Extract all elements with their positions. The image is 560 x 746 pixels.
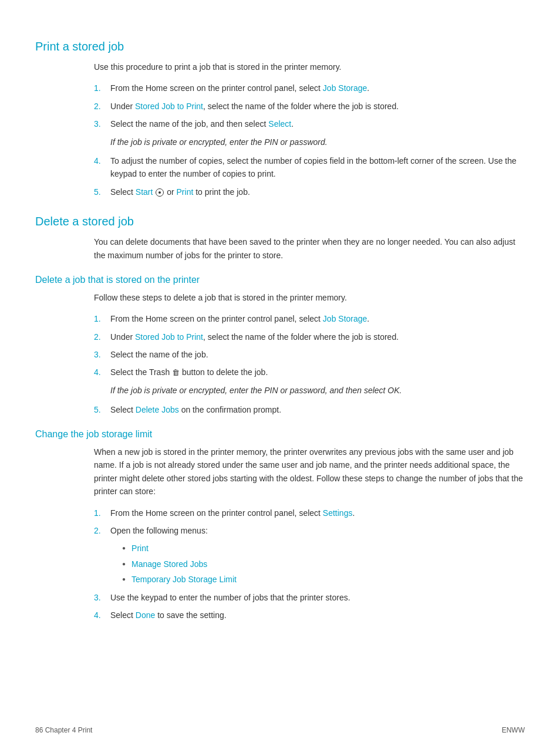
step-number: 4. (94, 366, 110, 379)
list-item: 4. Select the Trash 🗑 button to delete t… (94, 366, 525, 379)
step-content: Select the Trash 🗑 button to delete the … (110, 366, 525, 379)
step-number: 2. (94, 330, 110, 343)
step-content: From the Home screen on the printer cont… (110, 312, 525, 325)
delete-job-on-printer-intro: Follow these steps to delete a job that … (94, 291, 525, 304)
temporary-job-storage-limit-link[interactable]: Temporary Job Storage Limit (131, 573, 237, 586)
list-item: 2. Under Stored Job to Print, select the… (94, 100, 525, 113)
delete-stored-job-intro: You can delete documents that have been … (94, 235, 525, 262)
step-content: Use the keypad to enter the number of jo… (110, 591, 525, 604)
list-item: 1. From the Home screen on the printer c… (94, 312, 525, 325)
delete-stored-job-title: Delete a stored job (35, 215, 525, 228)
list-item: 3. Select the name of the job. (94, 348, 525, 361)
step-number: 2. (94, 524, 110, 537)
step-content: Select Done to save the setting. (110, 609, 525, 622)
job-storage-link-2[interactable]: Job Storage (323, 314, 367, 323)
list-item: 2. Under Stored Job to Print, select the… (94, 330, 525, 343)
select-link[interactable]: Select (268, 119, 291, 129)
print-link[interactable]: Print (177, 187, 194, 197)
list-item: 1. From the Home screen on the printer c… (94, 82, 525, 94)
print-stored-job-steps-cont: 4. To adjust the number of copies, selec… (94, 154, 525, 198)
step-content: Select the name of the job, and then sel… (110, 117, 525, 130)
delete-job-steps-cont: 5. Select Delete Jobs on the confirmatio… (94, 403, 525, 416)
list-item: 3. Select the name of the job, and then … (94, 117, 525, 130)
print-menu-link[interactable]: Print (131, 542, 149, 555)
list-item: Manage Stored Jobs (122, 558, 525, 571)
start-link[interactable]: Start (136, 187, 153, 197)
step-number: 2. (94, 100, 110, 113)
print-stored-job-intro: Use this procedure to print a job that i… (94, 60, 525, 73)
delete-job-on-printer-title: Delete a job that is stored on the print… (35, 275, 525, 285)
step-content: Select Delete Jobs on the confirmation p… (110, 403, 525, 416)
list-item: 3. Use the keypad to enter the number of… (94, 591, 525, 604)
list-item: 5. Select Start or Print to print the jo… (94, 185, 525, 198)
step-4-note: If the job is private or encrypted, ente… (110, 384, 525, 397)
delete-jobs-link[interactable]: Delete Jobs (136, 405, 179, 414)
step-3-note: If the job is private or encrypted, ente… (110, 136, 525, 148)
step-content: Select the name of the job. (110, 348, 525, 361)
stored-job-to-print-link-2[interactable]: Stored Job to Print (135, 332, 203, 342)
footer-right: ENWW (502, 726, 525, 734)
change-job-storage-limit-title: Change the job storage limit (35, 429, 525, 440)
step-content: Under Stored Job to Print, select the na… (110, 330, 525, 343)
step-content: Select Start or Print to print the job. (110, 185, 525, 198)
list-item: 4. Select Done to save the setting. (94, 609, 525, 622)
change-limit-steps: 1. From the Home screen on the printer c… (94, 507, 525, 538)
list-item: 1. From the Home screen on the printer c… (94, 507, 525, 519)
step-number: 1. (94, 312, 110, 325)
delete-job-steps: 1. From the Home screen on the printer c… (94, 312, 525, 379)
step-number: 3. (94, 591, 110, 604)
print-stored-job-steps: 1. From the Home screen on the printer c… (94, 82, 525, 130)
done-link[interactable]: Done (136, 610, 155, 620)
step-content: From the Home screen on the printer cont… (110, 507, 525, 519)
page-content: Print a stored job Use this procedure to… (0, 0, 560, 661)
step-number: 3. (94, 348, 110, 361)
step-content: From the Home screen on the printer cont… (110, 82, 525, 94)
list-item: 4. To adjust the number of copies, selec… (94, 154, 525, 181)
step-number: 5. (94, 403, 110, 416)
step-number: 3. (94, 117, 110, 130)
trash-icon: 🗑 (172, 367, 180, 379)
change-limit-steps-cont: 3. Use the keypad to enter the number of… (94, 591, 525, 622)
footer-left: 86 Chapter 4 Print (35, 726, 92, 734)
step-number: 4. (94, 609, 110, 622)
step-content: Open the following menus: (110, 524, 525, 537)
print-stored-job-title: Print a stored job (35, 40, 525, 53)
change-job-storage-limit-intro: When a new job is stored in the printer … (94, 445, 525, 498)
job-storage-link[interactable]: Job Storage (323, 83, 367, 93)
menu-bullet-list: Print Manage Stored Jobs Temporary Job S… (122, 542, 525, 586)
list-item: Temporary Job Storage Limit (122, 573, 525, 586)
step-number: 1. (94, 507, 110, 519)
step-content: To adjust the number of copies, select t… (110, 154, 525, 181)
stored-job-to-print-link[interactable]: Stored Job to Print (135, 102, 203, 111)
step-number: 1. (94, 82, 110, 94)
manage-stored-jobs-link[interactable]: Manage Stored Jobs (131, 558, 207, 571)
step-content: Under Stored Job to Print, select the na… (110, 100, 525, 113)
page-footer: 86 Chapter 4 Print ENWW (35, 726, 525, 734)
list-item: 5. Select Delete Jobs on the confirmatio… (94, 403, 525, 416)
list-item: 2. Open the following menus: (94, 524, 525, 537)
list-item: Print (122, 542, 525, 555)
step-number: 5. (94, 185, 110, 198)
start-icon (156, 188, 164, 197)
settings-link[interactable]: Settings (323, 508, 353, 518)
step-number: 4. (94, 154, 110, 181)
